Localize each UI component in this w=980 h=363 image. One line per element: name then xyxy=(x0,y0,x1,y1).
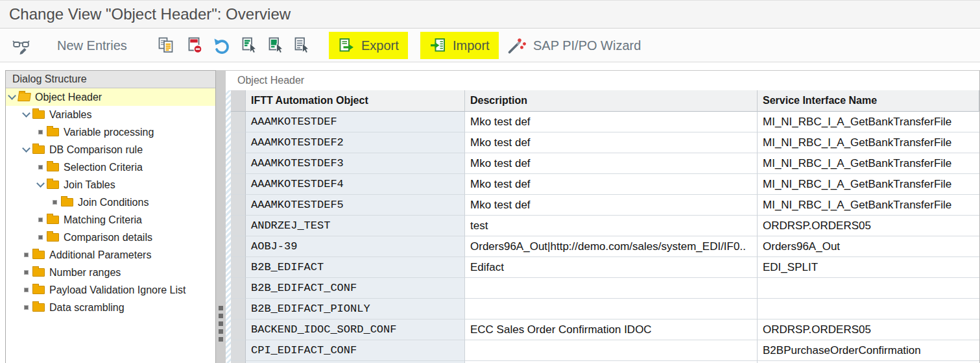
folder-icon xyxy=(61,198,73,207)
tree-item-additional-parameters[interactable]: Additional Parameters xyxy=(6,246,215,264)
copy-button[interactable] xyxy=(157,36,175,55)
tree-item-matching-criteria[interactable]: Matching Criteria xyxy=(6,211,215,229)
cell-description[interactable]: Mko test def xyxy=(465,174,758,195)
row-selector[interactable] xyxy=(231,195,246,216)
row-selector[interactable] xyxy=(231,236,246,257)
cell-automation-object[interactable]: AAAMKOTESTDEF xyxy=(246,112,465,132)
export-label: Export xyxy=(361,38,399,53)
row-selector[interactable] xyxy=(231,153,246,174)
table-row-andrzej-test: ANDRZEJ_TEST test ORDRSP.ORDERS05 xyxy=(231,216,979,236)
cell-service-interface-name[interactable]: Orders96A_Out xyxy=(758,236,979,257)
tree-item-variable-processing[interactable]: Variable processing xyxy=(6,123,215,141)
cell-automation-object[interactable]: AAAMKOTESTDEF3 xyxy=(246,153,465,174)
cell-description[interactable]: Mko test def xyxy=(465,132,758,153)
cell-service-interface-name[interactable]: MI_NI_RBC_I_A_GetBankTransferFile xyxy=(758,195,979,216)
cell-automation-object[interactable]: AAAMKOTESTDEF5 xyxy=(246,195,465,216)
select-all-button[interactable] xyxy=(240,36,258,55)
sap-pi-po-wizard-button[interactable]: SAP PI/PO Wizard xyxy=(507,36,641,55)
tree-item-label: Data scrambling xyxy=(49,302,125,314)
row-selector[interactable] xyxy=(231,216,246,236)
tree-item-data-scrambling[interactable]: Data scrambling xyxy=(6,299,215,316)
cell-description[interactable] xyxy=(465,278,758,299)
tree-item-payload-validation-ignore-list[interactable]: Payload Validation Ignore List xyxy=(6,281,215,299)
row-selector[interactable] xyxy=(231,340,246,361)
dialog-structure-panel: Dialog Structure Object Header Variables… xyxy=(5,70,216,363)
cell-description[interactable]: Edifact xyxy=(465,257,758,278)
cell-automation-object[interactable]: AOBJ-39 xyxy=(246,236,465,257)
leaf-bullet-icon xyxy=(21,286,30,295)
panel-splitter[interactable] xyxy=(216,70,226,363)
cell-description[interactable]: Mko test def xyxy=(465,153,758,174)
deselect-all-icon xyxy=(293,36,311,55)
chevron-down-icon[interactable] xyxy=(7,93,16,102)
export-button[interactable]: Export xyxy=(329,32,408,59)
cell-automation-object[interactable]: AAAMKOTESTDEF4 xyxy=(246,174,465,195)
deselect-all-button[interactable] xyxy=(293,36,311,55)
cell-automation-object[interactable]: B2B_EDIFACT xyxy=(246,257,465,278)
cell-description[interactable]: test xyxy=(465,216,758,236)
display-change-button[interactable] xyxy=(12,36,31,55)
cell-description[interactable]: Mko test def xyxy=(465,112,758,132)
column-header-service-interface-name[interactable]: Service Interface Name xyxy=(758,90,979,112)
cell-automation-object[interactable]: CPI_EDIFACT_CONF xyxy=(246,340,465,361)
cell-description[interactable]: Mko test def xyxy=(465,195,758,216)
cell-automation-object[interactable]: AAAMKOTESTDEF2 xyxy=(246,132,465,153)
cell-service-interface-name[interactable] xyxy=(758,299,979,319)
undo-button[interactable] xyxy=(213,36,232,55)
cell-automation-object[interactable]: ANDRZEJ_TEST xyxy=(246,216,465,236)
table-row-aaamkotestdef3: AAAMKOTESTDEF3 Mko test def MI_NI_RBC_I_… xyxy=(231,153,979,174)
cell-service-interface-name[interactable] xyxy=(758,278,979,299)
tree-item-label: Selection Criteria xyxy=(64,162,143,173)
cell-service-interface-name[interactable]: ORDRSP.ORDERS05 xyxy=(758,216,979,236)
cell-service-interface-name[interactable]: B2BPurchaseOrderConfirmation xyxy=(758,340,979,361)
select-all-corner[interactable] xyxy=(231,90,246,112)
tree-item-db-comparison-rule[interactable]: DB Comparison rule xyxy=(6,141,215,158)
cell-service-interface-name[interactable]: MI_NI_RBC_I_A_GetBankTransferFile xyxy=(758,132,979,153)
row-selector[interactable] xyxy=(231,174,246,195)
cell-service-interface-name[interactable]: MI_NI_RBC_I_A_GetBankTransferFile xyxy=(758,112,979,132)
tree-item-label: Matching Criteria xyxy=(64,214,142,226)
column-header-description[interactable]: Description xyxy=(465,90,758,112)
row-selector[interactable] xyxy=(231,299,246,319)
cell-service-interface-name[interactable]: MI_NI_RBC_I_A_GetBankTransferFile xyxy=(758,153,979,174)
chevron-down-icon[interactable] xyxy=(21,145,30,155)
import-button[interactable]: Import xyxy=(420,32,499,59)
new-entries-button[interactable]: New Entries xyxy=(57,38,127,53)
column-header-automation-object[interactable]: IFTT Automation Object xyxy=(246,90,465,112)
cell-description[interactable]: Orders96A_Out|http://demo.com/sales/syst… xyxy=(465,236,758,257)
tree-item-join-tables[interactable]: Join Tables xyxy=(6,176,215,194)
cell-service-interface-name[interactable]: MI_NI_RBC_I_A_GetBankTransferFile xyxy=(758,174,979,195)
application-toolbar: New Entries xyxy=(0,29,980,62)
cell-automation-object[interactable]: B2B_EDIFACT_CONF xyxy=(246,278,465,299)
table-row-aaamkotestdef4: AAAMKOTESTDEF4 Mko test def MI_NI_RBC_I_… xyxy=(231,174,979,195)
open-folder-icon xyxy=(18,93,31,101)
tree-item-object-header[interactable]: Object Header xyxy=(6,88,215,106)
object-header-table: IFTT Automation Object Description Servi… xyxy=(231,90,979,363)
cell-automation-object[interactable]: B2B_EDIFACT_PIONLY xyxy=(246,299,465,319)
cell-description[interactable] xyxy=(465,340,758,361)
chevron-down-icon[interactable] xyxy=(36,181,45,190)
row-selector[interactable] xyxy=(231,319,246,340)
tree-item-join-conditions[interactable]: Join Conditions xyxy=(6,194,215,211)
tree-item-label: Variables xyxy=(49,109,92,121)
row-selector[interactable] xyxy=(231,132,246,153)
glasses-pencil-icon xyxy=(12,36,31,55)
row-selector[interactable] xyxy=(231,257,246,278)
tree-item-comparison-details[interactable]: Comparison details xyxy=(6,229,215,246)
select-block-button[interactable] xyxy=(267,36,285,55)
tree-item-label: Additional Parameters xyxy=(49,249,151,261)
row-selector[interactable] xyxy=(231,112,246,132)
cell-automation-object[interactable]: BACKEND_IDOC_SORD_CONF xyxy=(246,319,465,340)
cell-service-interface-name[interactable]: ORDRSP.ORDERS05 xyxy=(758,319,979,340)
table-row-aobj-39: AOBJ-39 Orders96A_Out|http://demo.com/sa… xyxy=(231,236,979,257)
page-title: Change View "Object Header": Overview xyxy=(9,5,291,23)
row-selector[interactable] xyxy=(231,278,246,299)
tree-item-selection-criteria[interactable]: Selection Criteria xyxy=(6,158,215,176)
delete-row-button[interactable] xyxy=(185,36,204,55)
tree-item-variables[interactable]: Variables xyxy=(6,106,215,123)
cell-service-interface-name[interactable]: EDI_SPLIT xyxy=(758,257,979,278)
cell-description[interactable]: ECC Sales Order Confirmation IDOC xyxy=(465,319,758,340)
chevron-down-icon[interactable] xyxy=(21,110,30,119)
cell-description[interactable] xyxy=(465,299,758,319)
tree-item-number-ranges[interactable]: Number ranges xyxy=(6,264,215,281)
